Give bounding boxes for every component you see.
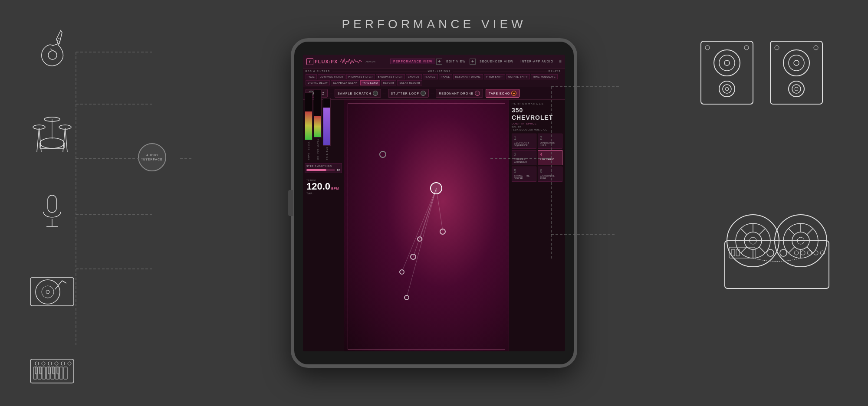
xy-node-main[interactable] [430,182,442,194]
svg-point-72 [744,46,749,50]
perf-cell-3[interactable]: 3 COFFEE GRINDER [512,150,536,165]
perf-cell-1[interactable]: 1 ELEPHANT SQUEEZE [512,134,536,149]
ipad-screen: ƒ FLUX:FX Ar 9% 0% PERFORMANCE VIEW + ED… [303,55,565,351]
fx-chorus[interactable]: CHORUS [406,74,422,79]
effect-stutter-loop[interactable]: STUTTER LOOP [388,89,429,98]
svg-point-111 [780,249,787,256]
input-label: INPUT LEVEL [307,141,310,160]
resonant-drone-knob[interactable] [475,91,480,96]
performance-sublabel: LOST IN SPACE [512,122,562,125]
fx-fuzz[interactable]: FUZZ [306,74,317,79]
svg-point-112 [794,251,799,255]
sample-scratch-knob[interactable] [373,91,378,96]
step-smoothing-slider[interactable] [306,169,335,171]
fx-section: EOS & FILTERS MODULATIONS DELAYS FUZZ LO… [303,69,565,87]
drums-icon [26,113,78,156]
svg-rect-33 [30,278,74,306]
perf-cell-6[interactable]: 6 CARDINAL RUG [538,167,562,182]
menu-icon[interactable]: ≡ [559,59,562,64]
left-panel: -78 -75 48 INPUT LEVEL [303,100,344,351]
tap-button[interactable]: TAP: [306,192,340,195]
app-header: ƒ FLUX:FX Ar 9% 0% PERFORMANCE VIEW + ED… [303,55,565,69]
connector-2: — [383,92,386,95]
svg-line-94 [741,247,747,253]
perf-name-4: 350 CHEV [540,158,554,160]
perf-name-2: DINOSAUR LIPS [540,141,556,147]
fx-reverb[interactable]: REVERB [381,80,397,85]
perf-number-6: 6 [540,169,560,174]
add-edit-button[interactable]: + [470,59,476,65]
svg-line-38 [62,281,66,283]
svg-point-115 [814,251,818,255]
xy-node-4[interactable] [399,269,404,275]
midi-controller-icon [26,347,78,390]
stutter-loop-label: STUTTER LOOP [391,92,420,95]
guitar-icon [26,26,78,69]
fx-ring-mod[interactable]: RING MODULATE [531,74,558,79]
meter-fill-fx [323,108,330,145]
nav-sequencer-view[interactable]: SEQUENCER VIEW [477,59,516,64]
xy-node-5[interactable] [404,295,409,300]
fx-tape-echo[interactable]: TAPE ECHO [360,80,380,85]
right-panel: PERFORMANCES 350 CHEVROLET LOST IN SPACE… [509,100,565,351]
svg-point-70 [725,87,729,91]
effect-sample-scratch[interactable]: SAMPLE SCRATCH [335,89,381,98]
xy-node-2[interactable] [410,254,416,260]
ipad-frame: ƒ FLUX:FX Ar 9% 0% PERFORMANCE VIEW + ED… [291,38,577,368]
output-level-meter: OUTPUT LEVEL [314,90,322,160]
svg-rect-30 [48,195,56,213]
svg-point-79 [795,87,798,91]
svg-rect-73 [770,41,822,104]
perf-number-3: 3 [514,152,534,157]
fx-digital-delay[interactable]: DIGITAL DELAY [306,80,330,85]
nav-performance-view[interactable]: PERFORMANCE VIEW [390,59,435,64]
xy-pad[interactable] [344,100,509,351]
perf-name-1: ELEPHANT SQUEEZE [514,141,529,147]
svg-point-67 [724,60,730,65]
tape-reel-container [720,197,833,295]
perf-cell-2[interactable]: 2 DINOSAUR LIPS [538,134,562,149]
svg-point-76 [794,60,799,65]
fx-clapback[interactable]: CLAPBACK DELAY [331,80,359,85]
perf-cell-4[interactable]: 4 350 CHEV [538,150,562,165]
left-icon-column [26,26,78,390]
page-title: PERFORMANCE VIEW [342,17,526,31]
xy-node-6[interactable] [440,229,446,235]
level-meters: INPUT LEVEL OUTPUT LEVEL F [305,108,342,160]
fx-phase[interactable]: PHASE [439,74,452,79]
svg-point-55 [48,362,52,365]
fx-octave-shift[interactable]: OCTAVE SHIFT [506,74,530,79]
effect-resonant-drone[interactable]: RESONANT DRONE [436,89,483,98]
perf-cell-5[interactable]: 5 BRING THE NOISE [512,167,536,182]
svg-point-34 [36,280,60,304]
svg-point-69 [723,85,731,93]
add-performance-button[interactable]: + [436,59,442,65]
fx-highpass[interactable]: HIGHPASS FILTER [346,74,375,79]
svg-line-92 [759,247,765,253]
tape-echo-knob[interactable] [511,91,516,96]
xy-node-3[interactable] [417,236,422,242]
main-content: -78 -75 48 INPUT LEVEL [303,100,565,351]
slider-fill [306,169,326,171]
meter-input [305,92,312,140]
fx-delay-reverb[interactable]: DELAY REVERB [397,80,422,85]
fx-resonant-drone[interactable]: RESONANT DRONE [453,74,483,79]
fx-flange[interactable]: FLANGE [423,74,438,79]
svg-point-54 [42,362,45,365]
perf-number-2: 2 [540,136,560,141]
svg-line-18 [37,128,39,152]
effect-tape-echo[interactable]: TAPE ECHO [486,89,519,98]
fx-bandpass[interactable]: BANDPASS FILTER [376,74,405,79]
nav-inter-app-audio[interactable]: INTER-APP AUDIO [517,59,556,64]
tempo-value: 120.0 [306,182,330,191]
svg-point-75 [789,55,804,71]
svg-line-21 [65,128,67,152]
perf-name-6: CARDINAL RUG [540,174,555,180]
fx-pitch-shift[interactable]: PITCH SHIFT [484,74,505,79]
nav-edit-view[interactable]: EDIT VIEW [443,59,469,64]
fx-lowpass[interactable]: LOWPASS FILTER [318,74,345,79]
ipad-container: ƒ FLUX:FX Ar 9% 0% PERFORMANCE VIEW + ED… [291,38,577,368]
fx-blend-meter: FX & BLD [323,98,331,160]
meter-fx [323,98,331,146]
stutter-loop-knob[interactable] [421,91,426,96]
